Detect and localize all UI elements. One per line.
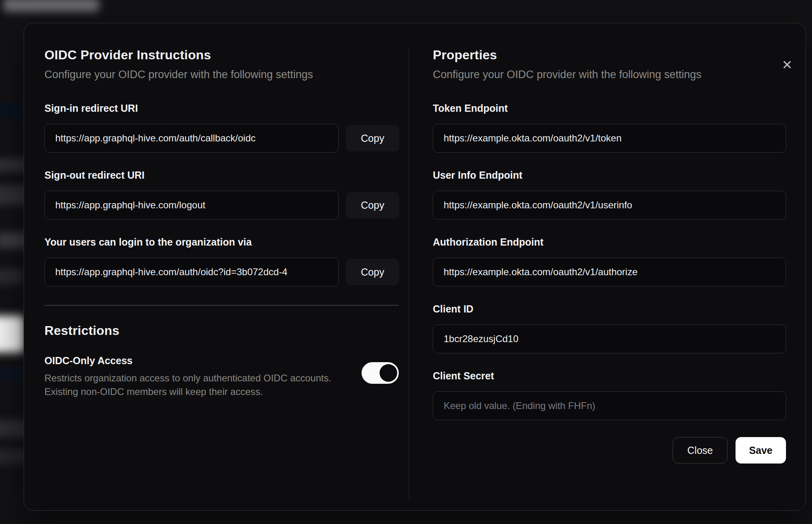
oidc-settings-dialog: ✕ OIDC Provider Instructions Configure y…: [24, 23, 806, 511]
column-divider: [409, 47, 409, 498]
sign-out-redirect-uri-label: Sign-out redirect URI: [44, 169, 399, 181]
save-button[interactable]: Save: [736, 437, 786, 464]
instructions-title: OIDC Provider Instructions: [44, 48, 399, 62]
section-divider: [44, 305, 399, 306]
background-blur-white-button: [0, 316, 25, 353]
copy-sign-out-uri-button[interactable]: Copy: [346, 192, 399, 218]
close-button[interactable]: Close: [673, 437, 728, 464]
oidc-only-access-texts: OIDC-Only Access Restricts organization …: [44, 355, 345, 399]
authorization-endpoint-row: [433, 258, 786, 286]
instructions-subtitle: Configure your OIDC provider with the fo…: [44, 69, 399, 81]
restrictions-title: Restrictions: [44, 323, 399, 338]
properties-subtitle: Configure your OIDC provider with the fo…: [433, 69, 786, 81]
token-endpoint-label: Token Endpoint: [433, 103, 786, 114]
sign-in-redirect-uri-input[interactable]: [44, 124, 339, 153]
description-line-1: Restricts organization access to only au…: [44, 373, 331, 383]
client-secret-row: [433, 391, 786, 420]
properties-title: Properties: [433, 48, 786, 62]
user-info-endpoint-row: [433, 191, 786, 220]
client-id-label: Client ID: [433, 303, 786, 315]
oidc-only-access-description: Restricts organization access to only au…: [44, 371, 345, 399]
sign-out-redirect-uri-row: Copy: [44, 191, 399, 220]
client-secret-label: Client Secret: [433, 370, 786, 382]
copy-sign-in-uri-button[interactable]: Copy: [346, 125, 399, 151]
sign-out-redirect-uri-input[interactable]: [44, 191, 339, 220]
instructions-column: OIDC Provider Instructions Configure you…: [44, 48, 399, 399]
description-line-2: Existing non-OIDC members will keep thei…: [44, 386, 263, 397]
sign-in-redirect-uri-label: Sign-in redirect URI: [44, 103, 399, 114]
client-id-input[interactable]: [433, 324, 786, 353]
user-info-endpoint-label: User Info Endpoint: [433, 169, 786, 181]
token-endpoint-row: [433, 124, 786, 153]
sign-in-redirect-uri-row: Copy: [44, 124, 399, 153]
organization-login-url-row: Copy: [44, 258, 399, 286]
oidc-only-access-toggle[interactable]: [362, 362, 399, 384]
organization-login-url-label: Your users can login to the organization…: [44, 236, 399, 248]
user-info-endpoint-input[interactable]: [433, 191, 786, 220]
client-secret-input[interactable]: [433, 391, 786, 420]
background-blur-fragment: [0, 268, 24, 284]
oidc-only-access-label: OIDC-Only Access: [44, 355, 345, 367]
dialog-actions: Close Save: [433, 437, 786, 464]
properties-column: Properties Configure your OIDC provider …: [433, 48, 786, 464]
toggle-thumb: [380, 364, 397, 382]
blurred-logo: [3, 0, 99, 12]
authorization-endpoint-label: Authorization Endpoint: [433, 236, 786, 248]
organization-login-url-input[interactable]: [44, 258, 339, 286]
oidc-only-access-row: OIDC-Only Access Restricts organization …: [44, 355, 399, 399]
client-id-row: [433, 324, 786, 353]
authorization-endpoint-input[interactable]: [433, 258, 786, 286]
copy-login-url-button[interactable]: Copy: [346, 259, 399, 285]
token-endpoint-input[interactable]: [433, 124, 786, 153]
